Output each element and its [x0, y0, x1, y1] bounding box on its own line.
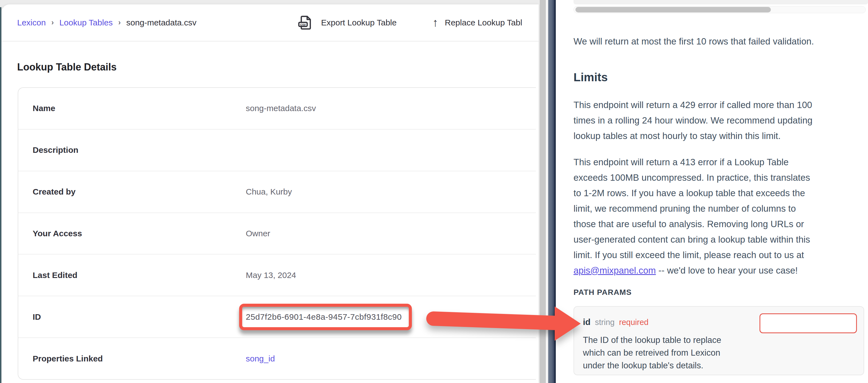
chevron-right-icon: › [51, 18, 54, 27]
export-lookup-table-button[interactable]: csv Export Lookup Table [297, 4, 397, 41]
docs-intro-text: We will return at most the first 10 rows… [574, 35, 814, 47]
song-id-property-link[interactable]: song_id [246, 354, 275, 363]
breadcrumb: Lexicon › Lookup Tables › song-metadata.… [17, 4, 196, 41]
window-edge-divider [548, 0, 556, 383]
page-title: Lookup Table Details [17, 61, 117, 73]
row-label: ID [33, 312, 246, 322]
param-description: The ID of the lookup table to replacewhi… [583, 334, 721, 372]
panel-gap-scrollbar-strip [540, 0, 546, 383]
api-docs-panel: We will return at most the first 10 rows… [556, 0, 868, 383]
row-label: Created by [33, 187, 246, 197]
panel-header: Lexicon › Lookup Tables › song-metadata.… [2, 4, 538, 41]
row-value: May 13, 2024 [246, 271, 296, 280]
row-label: Your Access [33, 229, 246, 238]
replace-button-label: Replace Lookup Tabl [445, 18, 522, 27]
breadcrumb-lexicon[interactable]: Lexicon [17, 18, 46, 27]
row-value: Chua, Kurby [246, 187, 292, 197]
table-row-id: ID 25d7f2b6-6901-4e8a-9457-7cbf931f8c90 [18, 296, 536, 338]
details-card: Name song-metadata.csv Description Creat… [18, 87, 536, 380]
export-button-label: Export Lookup Table [321, 18, 397, 27]
paragraph-lines: This endpoint will return a 413 error if… [574, 154, 810, 263]
paragraph-last-line: apis@mixpanel.com -- we'd love to hear y… [574, 263, 810, 278]
table-row-last-edited: Last Edited May 13, 2024 [18, 254, 536, 296]
param-id-input[interactable] [760, 313, 857, 333]
path-params-label: PATH PARAMS [574, 288, 631, 297]
table-row-properties-linked: Properties Linked song_id [18, 338, 536, 379]
limits-paragraph-429: This endpoint will return a 429 error if… [574, 97, 812, 144]
screenshot-stage: Lexicon › Lookup Tables › song-metadata.… [0, 0, 868, 383]
row-label: Last Edited [33, 271, 246, 280]
breadcrumb-lookup-tables[interactable]: Lookup Tables [59, 18, 113, 27]
param-header: id string required [583, 317, 649, 327]
csv-file-icon: csv [297, 14, 314, 31]
table-row-created-by: Created by Chua, Kurby [18, 171, 536, 212]
chevron-right-icon: › [118, 18, 121, 27]
table-row-your-access: Your Access Owner [18, 212, 536, 254]
lookup-table-details-panel: Lexicon › Lookup Tables › song-metadata.… [2, 4, 538, 383]
param-type: string [595, 318, 615, 327]
path-param-card: id string required The ID of the lookup … [574, 306, 864, 375]
row-label: Properties Linked [33, 354, 246, 363]
svg-text:csv: csv [300, 23, 306, 27]
support-email-link[interactable]: apis@mixpanel.com [574, 265, 656, 276]
panel-gap [546, 0, 548, 383]
replace-lookup-table-button[interactable]: ↑ Replace Lookup Tabl [432, 4, 522, 41]
background-edge-sliver [0, 7, 1, 383]
param-required-badge: required [619, 318, 648, 327]
horizontal-scrollbar-thumb[interactable] [576, 7, 771, 12]
row-value: Owner [246, 229, 270, 238]
row-value: song-metadata.csv [246, 104, 316, 113]
row-label: Description [33, 145, 246, 155]
lookup-table-id-value: 25d7f2b6-6901-4e8a-9457-7cbf931f8c90 [246, 312, 402, 322]
row-label: Name [33, 104, 246, 113]
table-row-name: Name song-metadata.csv [18, 88, 536, 129]
docs-top-strip [574, 0, 868, 4]
breadcrumb-current-file: song-metadata.csv [126, 18, 196, 27]
horizontal-scrollbar-track[interactable] [574, 6, 866, 13]
id-value-highlight-box: 25d7f2b6-6901-4e8a-9457-7cbf931f8c90 [239, 304, 412, 330]
table-row-description: Description [18, 129, 536, 171]
limits-paragraph-413: This endpoint will return a 413 error if… [574, 154, 810, 278]
upload-arrow-icon: ↑ [432, 17, 438, 29]
param-name: id [583, 317, 591, 327]
limits-heading: Limits [574, 71, 608, 84]
paragraph-tail: -- we'd love to hear your use case! [656, 265, 798, 276]
